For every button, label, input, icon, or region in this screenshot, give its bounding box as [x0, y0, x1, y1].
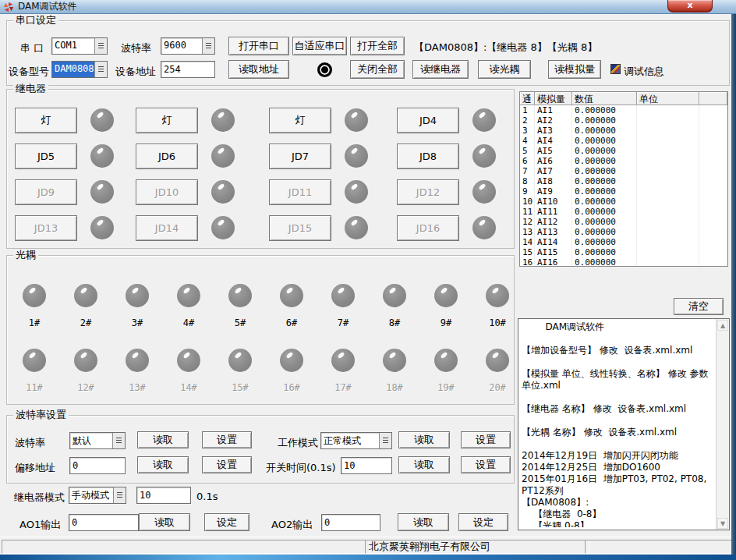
relay-time-input[interactable]: 10	[136, 487, 191, 504]
cell-channel: 10	[520, 197, 535, 207]
relay-button-14[interactable]: JD14	[136, 215, 198, 241]
relay-button-3[interactable]: 灯	[269, 108, 331, 133]
combo-dropdown-icon[interactable]	[94, 38, 107, 54]
offset-address-label: 偏移地址	[15, 461, 55, 475]
opto-lamp-icon-7	[331, 284, 355, 307]
relay-button-5[interactable]: JD5	[15, 144, 77, 169]
baud-set-button[interactable]: 设置	[202, 431, 252, 448]
title-bar[interactable]: DAM调试软件	[0, 0, 736, 14]
relay-button-15[interactable]: JD15	[269, 215, 331, 241]
table-row[interactable]: 9AI90.000000	[520, 186, 727, 197]
combo-dropdown-icon[interactable]	[379, 433, 391, 448]
open-port-button[interactable]: 打开串口	[228, 37, 289, 55]
table-row[interactable]: 6AI60.000000	[520, 156, 727, 166]
read-relay-button[interactable]: 读继电器	[412, 60, 469, 79]
opto-lamp-icon-9	[434, 284, 458, 307]
baud-group: 波特率设置 波特率 默认 读取 设置 工作模式 正常模式 读取 设置 偏移地址 …	[6, 415, 515, 484]
relay-cell: JD10	[136, 174, 269, 210]
cell-value: 0.000000	[572, 186, 637, 197]
read-address-button[interactable]: 读取地址	[228, 60, 289, 79]
col-header-analog[interactable]: 模拟量	[535, 92, 572, 105]
relay-button-12[interactable]: JD12	[397, 179, 459, 205]
opto-item: 17#	[317, 349, 369, 393]
cell-value: 0.000000	[572, 217, 637, 227]
open-all-button[interactable]: 打开全部	[350, 37, 405, 55]
close-button[interactable]: x	[667, 0, 713, 12]
ao1-set-button[interactable]: 设定	[204, 513, 249, 531]
col-header-channel[interactable]: 通	[520, 92, 535, 105]
table-row[interactable]: 7AI70.000000	[520, 166, 727, 176]
table-row[interactable]: 4AI40.000000	[520, 136, 727, 146]
combo-dropdown-icon[interactable]	[112, 433, 125, 448]
baud-read-button[interactable]: 读取	[137, 431, 189, 448]
table-row[interactable]: 14AI140.000000	[520, 237, 727, 247]
work-mode-combo[interactable]: 正常模式	[320, 432, 392, 449]
baudrate-combo[interactable]: 9600	[161, 37, 215, 55]
table-row[interactable]: 13AI130.000000	[520, 227, 727, 237]
debug-log-panel[interactable]: DAM调试软件 【增加设备型号】 修改 设备表.xml.xml 【模拟量 单位、…	[518, 318, 730, 530]
baud-setting-combo[interactable]: 默认	[69, 432, 126, 449]
relay-button-2[interactable]: 灯	[136, 108, 198, 133]
work-mode-read-button[interactable]: 读取	[398, 431, 450, 448]
cell-value: 0.000000	[572, 146, 637, 156]
table-row[interactable]: 12AI120.000000	[520, 217, 727, 227]
offset-read-button[interactable]: 读取	[137, 456, 189, 473]
col-header-value[interactable]: 数值	[572, 92, 637, 105]
relay-button-7[interactable]: JD7	[269, 144, 331, 169]
offset-set-button[interactable]: 设置	[202, 456, 252, 473]
relay-button-6[interactable]: JD6	[136, 144, 198, 169]
col-header-unit[interactable]: 单位	[637, 92, 699, 105]
offset-address-input[interactable]: 0	[69, 457, 126, 474]
relay-button-10[interactable]: JD10	[136, 179, 198, 205]
read-opto-button[interactable]: 读光耦	[478, 60, 531, 79]
table-row[interactable]: 10AI100.000000	[520, 197, 727, 207]
relay-button-11[interactable]: JD11	[269, 179, 331, 205]
table-row[interactable]: 5AI50.000000	[520, 146, 727, 156]
relay-button-4[interactable]: JD4	[397, 108, 459, 133]
switch-time-set-button[interactable]: 设置	[461, 456, 511, 473]
table-row[interactable]: 8AI80.000000	[520, 176, 727, 186]
read-analog-button[interactable]: 读模拟量	[548, 60, 601, 79]
opto-lamp-icon-20	[486, 349, 509, 372]
scroll-down-icon[interactable]: ▼	[717, 518, 728, 529]
debug-info-checkbox-icon[interactable]	[610, 64, 621, 74]
ao2-input[interactable]: 0	[321, 514, 380, 531]
clear-log-button[interactable]: 清空	[674, 298, 724, 315]
ao1-input[interactable]: 0	[69, 514, 139, 531]
auto-port-button[interactable]: 自适应串口	[292, 37, 347, 55]
scroll-up-icon[interactable]: ▲	[717, 320, 728, 331]
ao2-set-button[interactable]: 设定	[458, 513, 508, 531]
switch-time-input[interactable]: 10	[341, 457, 392, 474]
cell-unit	[637, 176, 699, 186]
relay-mode-combo[interactable]: 手动模式	[69, 487, 126, 504]
cell-value: 0.000000	[572, 207, 637, 217]
cell-empty	[699, 207, 727, 217]
cell-channel: 15	[520, 247, 535, 257]
log-scrollbar[interactable]: ▲ ▼	[716, 319, 729, 530]
close-all-button[interactable]: 关闭全部	[350, 60, 405, 79]
table-row[interactable]: 11AI110.000000	[520, 207, 727, 217]
table-row[interactable]: 16AI160.000000	[520, 257, 727, 267]
relay-button-8[interactable]: JD8	[397, 144, 459, 169]
device-address-input[interactable]: 254	[161, 61, 215, 78]
relay-lamp-icon-10	[211, 180, 235, 204]
table-row[interactable]: 15AI150.000000	[520, 247, 727, 257]
relay-button-16[interactable]: JD16	[397, 215, 459, 241]
table-row[interactable]: 1AI10.000000	[520, 105, 727, 115]
relay-button-9[interactable]: JD9	[15, 179, 77, 205]
combo-dropdown-icon[interactable]	[113, 487, 126, 503]
work-mode-set-button[interactable]: 设置	[461, 431, 511, 448]
combo-dropdown-icon[interactable]	[202, 38, 214, 54]
relay-button-1[interactable]: 灯	[15, 108, 77, 133]
ao1-read-button[interactable]: 读取	[139, 513, 190, 531]
relay-lamp-icon-14	[211, 216, 235, 239]
ao2-read-button[interactable]: 读取	[398, 513, 449, 531]
switch-time-read-button[interactable]: 读取	[398, 456, 450, 473]
relay-button-13[interactable]: JD13	[15, 215, 77, 241]
port-combo[interactable]: COM1	[51, 37, 108, 55]
table-row[interactable]: 3AI30.000000	[520, 126, 727, 136]
combo-dropdown-icon[interactable]	[94, 62, 107, 77]
col-header-empty[interactable]	[699, 92, 727, 105]
table-row[interactable]: 2AI20.000000	[520, 115, 727, 126]
model-combo[interactable]: DAM0808	[51, 61, 108, 78]
